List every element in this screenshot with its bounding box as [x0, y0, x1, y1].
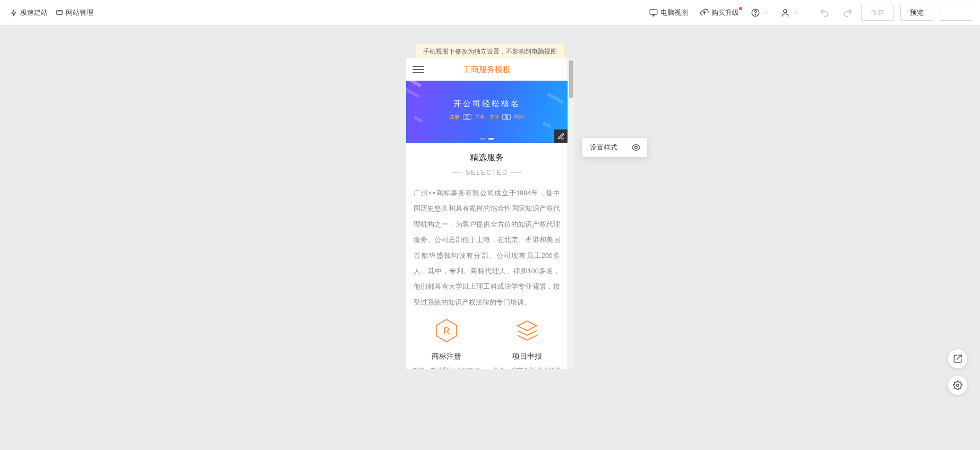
svg-text:R: R [443, 326, 450, 335]
section-subtitle: SELECTED [406, 169, 568, 176]
top-toolbar: 极速建站 网站管理 电脑视图 购买升级 [0, 0, 980, 25]
trademark-hex-icon: R [434, 318, 459, 343]
section-title: 精选服务 [406, 152, 568, 163]
quick-build-label: 极速建站 [20, 8, 48, 18]
monitor-icon [649, 8, 658, 18]
redo-icon [843, 7, 853, 18]
chevron-down-icon [763, 8, 769, 16]
help-menu[interactable] [746, 5, 773, 21]
preview-button[interactable]: 预览 [900, 5, 933, 21]
undo-button[interactable] [814, 5, 835, 21]
service-sub: 查询 · 专业顾问全程服务 [410, 367, 483, 369]
hero-sub-part: 注册 [450, 114, 459, 119]
hero-sub-tag: 省 [502, 114, 511, 120]
svg-rect-2 [650, 10, 657, 14]
svg-point-7 [784, 10, 787, 13]
desktop-view-label: 电脑视图 [660, 8, 688, 18]
help-icon [751, 8, 760, 18]
eye-icon [631, 143, 641, 152]
hero-headline: 开公司轻松核名 [406, 99, 568, 109]
phone-site-header: 工商服务模板 [406, 58, 568, 81]
settings-fab[interactable] [948, 376, 967, 395]
floating-actions [948, 349, 967, 395]
svg-point-11 [635, 146, 638, 149]
selection-popover: 设置样式 [582, 138, 647, 157]
svg-marker-10 [518, 321, 537, 331]
carousel-indicator[interactable] [480, 138, 494, 140]
account-menu[interactable] [776, 5, 803, 21]
topbar-right-group: 电脑视图 购买升级 [644, 5, 973, 21]
svg-point-12 [957, 384, 959, 387]
service-grid: R 商标注册 查询 · 专业顾问全程服务 项目申报 基金 · 省市创新基金等等 [406, 313, 568, 369]
upgrade-label: 购买升级 [711, 8, 739, 18]
mobile-preview-frame: 工商服务模板 开公司轻松核名 注册 公 简单、方便 省 时间 [406, 58, 568, 369]
editor-stage: 手机视图下修改为独立设置，不影响到电脑视图 工商服务模板 开公司轻松核名 注册 … [0, 25, 980, 450]
service-sub: 基金 · 省市创新基金等等 [491, 367, 563, 369]
service-title: 商标注册 [410, 352, 483, 361]
mobile-view-notice: 手机视图下修改为独立设置，不影响到电脑视图 [415, 44, 565, 60]
chevron-down-icon [793, 8, 798, 16]
section-description: 广州××商标事务有限公司成立于1984年，是中国历史悠久和具有规模的综合性国际知… [406, 176, 568, 313]
service-card[interactable]: R 商标注册 查询 · 专业顾问全程服务 [406, 315, 487, 369]
svg-point-6 [755, 14, 755, 15]
site-manage-label: 网站管理 [66, 8, 93, 18]
phone-site-title: 工商服务模板 [463, 65, 511, 75]
hero-subline: 注册 公 简单、方便 省 时间 [406, 112, 568, 120]
svg-rect-0 [57, 10, 63, 14]
hero-sub-part: 简单、方便 [475, 114, 499, 119]
redo-button[interactable] [838, 5, 858, 21]
site-manage-link[interactable]: 网站管理 [53, 5, 96, 21]
cloud-upload-icon [700, 8, 709, 18]
desktop-view-button[interactable]: 电脑视图 [644, 5, 692, 21]
visibility-toggle[interactable] [625, 138, 647, 157]
set-style-button[interactable]: 设置样式 [582, 138, 625, 157]
hero-sub-part: 时间 [514, 114, 524, 119]
hero-sub-tag: 公 [463, 114, 471, 120]
upgrade-badge-dot [739, 7, 742, 10]
share-external-icon [953, 354, 962, 364]
upgrade-button[interactable]: 购买升级 [695, 5, 743, 21]
mobile-preview-scrollbar[interactable] [568, 58, 574, 369]
scrollbar-thumb[interactable] [569, 60, 573, 98]
undo-icon [819, 7, 830, 18]
layers-icon [514, 318, 540, 343]
quick-build-link[interactable]: 极速建站 [7, 5, 50, 21]
publish-button[interactable] [940, 5, 973, 21]
lightning-icon [10, 8, 18, 17]
pencil-icon [557, 133, 565, 140]
edit-block-handle[interactable] [554, 129, 568, 143]
service-card[interactable]: 项目申报 基金 · 省市创新基金等等 [487, 315, 568, 369]
user-icon [780, 8, 790, 18]
share-fab[interactable] [948, 349, 967, 368]
topbar-left-group: 极速建站 网站管理 [7, 5, 96, 21]
hamburger-menu-icon[interactable] [412, 64, 424, 75]
service-title: 项目申报 [491, 352, 563, 361]
gear-icon [953, 380, 962, 390]
mobile-preview-container: 工商服务模板 开公司轻松核名 注册 公 简单、方便 省 时间 [406, 58, 574, 369]
save-button[interactable]: 保存 [861, 5, 894, 21]
hero-banner[interactable]: 开公司轻松核名 注册 公 简单、方便 省 时间 [406, 81, 568, 143]
site-manage-icon [55, 8, 64, 17]
